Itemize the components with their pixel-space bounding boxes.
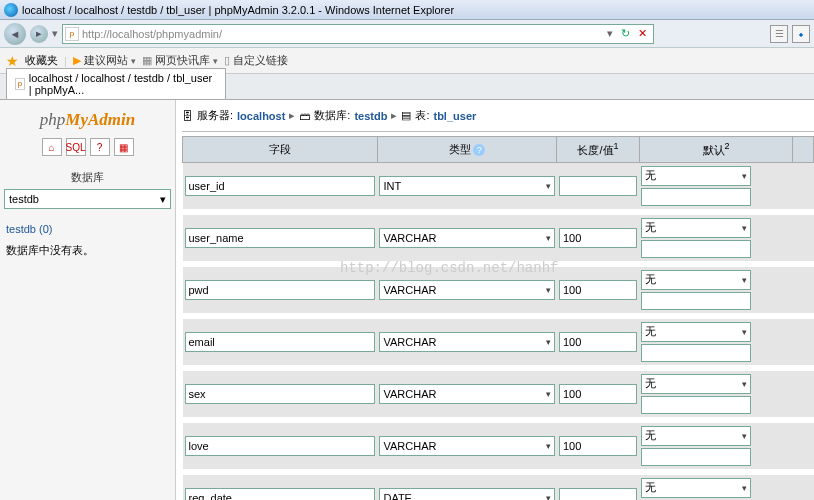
play-icon: ▶ [73, 54, 81, 67]
tab-favicon-icon: p [15, 78, 25, 90]
stop-icon[interactable]: ✕ [634, 27, 651, 40]
sql-icon[interactable]: SQL [66, 138, 86, 156]
col-length: 长度/值1 [557, 137, 639, 163]
favitem-custom[interactable]: ▯ 自定义链接 [224, 53, 288, 68]
default-value-input[interactable] [641, 344, 751, 362]
favitem-quick[interactable]: ▦ 网页快讯库 ▾ [142, 53, 218, 68]
default-select[interactable]: 无▾ [641, 322, 751, 342]
favicon-icon: p [65, 27, 79, 41]
default-value-input[interactable] [641, 240, 751, 258]
address-bar[interactable]: p http:// ▾ ↻ ✕ [62, 24, 654, 44]
url-prefix: http:// [82, 28, 110, 40]
default-select[interactable]: 无▾ [641, 270, 751, 290]
length-input[interactable] [559, 384, 637, 404]
length-input[interactable] [559, 176, 637, 196]
server-icon: 🗄 [182, 110, 193, 122]
slice-icon: ▦ [142, 54, 152, 67]
page-icon: ▯ [224, 54, 230, 67]
help-icon[interactable]: ? [473, 144, 485, 156]
default-select[interactable]: 无▾ [641, 426, 751, 446]
default-value-input[interactable] [641, 396, 751, 414]
url-input[interactable] [110, 28, 603, 40]
length-input[interactable] [559, 332, 637, 352]
type-select[interactable]: VARCHAR▾ [379, 436, 555, 456]
type-select[interactable]: INT▾ [379, 176, 555, 196]
field-name-input[interactable] [185, 228, 376, 248]
query-icon[interactable]: ▦ [114, 138, 134, 156]
back-button[interactable]: ◄ [4, 23, 26, 45]
default-select[interactable]: 无▾ [641, 478, 751, 498]
database-icon: 🗃 [299, 110, 310, 122]
database-label: 数据库 [4, 166, 171, 189]
col-default: 默认2 [639, 137, 793, 163]
table-row: VARCHAR▾无▾ [183, 371, 814, 417]
table-row: VARCHAR▾无▾ [183, 423, 814, 469]
database-select[interactable]: testdb ▾ [4, 189, 171, 209]
default-value-input[interactable] [641, 188, 751, 206]
default-select[interactable]: 无▾ [641, 218, 751, 238]
no-tables-msg: 数据库中没有表。 [4, 239, 171, 262]
table-row: VARCHAR▾无▾ [183, 319, 814, 365]
content-area: 🗄 服务器: localhost ▸ 🗃 数据库: testdb ▸ ▤ 表: … [176, 100, 814, 500]
length-input[interactable] [559, 228, 637, 248]
table-row: DATE▾无▾ [183, 475, 814, 500]
browser-tab[interactable]: p localhost / localhost / testdb / tbl_u… [6, 68, 226, 99]
bc-database[interactable]: testdb [354, 110, 387, 122]
table-icon: ▤ [401, 109, 411, 122]
window-title: localhost / localhost / testdb / tbl_use… [22, 4, 454, 16]
field-name-input[interactable] [185, 488, 376, 500]
length-input[interactable] [559, 436, 637, 456]
favorites-star-icon[interactable]: ★ [6, 53, 19, 69]
field-name-input[interactable] [185, 176, 376, 196]
field-name-input[interactable] [185, 332, 376, 352]
type-select[interactable]: VARCHAR▾ [379, 228, 555, 248]
browser-tabs: p localhost / localhost / testdb / tbl_u… [0, 74, 814, 100]
table-row: VARCHAR▾无▾ [183, 215, 814, 261]
field-name-input[interactable] [185, 384, 376, 404]
home-icon[interactable]: ⌂ [42, 138, 62, 156]
nav-dropdown-icon[interactable]: ▾ [52, 27, 58, 40]
col-field: 字段 [183, 137, 378, 163]
type-select[interactable]: VARCHAR▾ [379, 332, 555, 352]
pma-logo: phpMyAdmin [4, 106, 171, 138]
rss-icon[interactable]: ☰ [770, 25, 788, 43]
pin-icon[interactable]: ⬥ [792, 25, 810, 43]
database-link[interactable]: testdb (0) [4, 219, 171, 239]
refresh-icon[interactable]: ↻ [617, 27, 634, 40]
browser-navbar: ◄ ▸ ▾ p http:// ▾ ↻ ✕ ☰ ⬥ [0, 20, 814, 48]
breadcrumb: 🗄 服务器: localhost ▸ 🗃 数据库: testdb ▸ ▤ 表: … [182, 106, 814, 132]
default-select[interactable]: 无▾ [641, 166, 751, 186]
type-select[interactable]: DATE▾ [379, 488, 555, 500]
url-dropdown-icon[interactable]: ▾ [603, 27, 617, 40]
default-value-input[interactable] [641, 292, 751, 310]
window-titlebar: localhost / localhost / testdb / tbl_use… [0, 0, 814, 20]
field-name-input[interactable] [185, 280, 376, 300]
default-value-input[interactable] [641, 448, 751, 466]
table-row: INT▾无▾ [183, 162, 814, 209]
table-row: VARCHAR▾无▾ [183, 267, 814, 313]
type-select[interactable]: VARCHAR▾ [379, 384, 555, 404]
tab-title: localhost / localhost / testdb / tbl_use… [29, 72, 217, 96]
forward-button[interactable]: ▸ [30, 25, 48, 43]
sidebar: phpMyAdmin ⌂ SQL ? ▦ 数据库 testdb ▾ testdb… [0, 100, 176, 500]
length-input[interactable] [559, 280, 637, 300]
col-type: 类型? [377, 137, 557, 163]
dropdown-icon: ▾ [160, 193, 166, 206]
favorites-label[interactable]: 收藏夹 [25, 53, 58, 68]
default-select[interactable]: 无▾ [641, 374, 751, 394]
bc-table[interactable]: tbl_user [433, 110, 476, 122]
length-input[interactable] [559, 488, 637, 500]
docs-icon[interactable]: ? [90, 138, 110, 156]
favitem-suggest[interactable]: ▶ 建议网站 ▾ [73, 53, 136, 68]
fields-table: 字段 类型? 长度/值1 默认2 INT▾无▾VARCHAR▾无▾VARCHAR… [182, 136, 814, 500]
type-select[interactable]: VARCHAR▾ [379, 280, 555, 300]
bc-server[interactable]: localhost [237, 110, 285, 122]
field-name-input[interactable] [185, 436, 376, 456]
ie-icon [4, 3, 18, 17]
